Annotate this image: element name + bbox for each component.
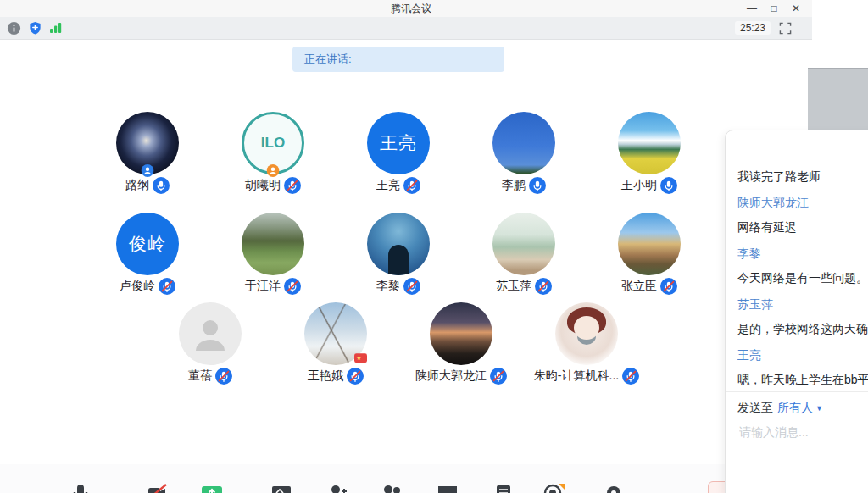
chat-panel: 我读完了路老师陕师大郭龙江网络有延迟李黎今天网络是有一些问题。苏玉萍是的，学校网… [725, 130, 868, 493]
participant-name-row: 苏玉萍 [496, 277, 552, 296]
meeting-timer: 25:23 [735, 21, 771, 35]
send-to-dropdown[interactable]: 所有人 ▼ [777, 401, 823, 416]
chevron-down-icon: ▼ [815, 404, 823, 413]
chat-sender-name: 王亮 [737, 348, 868, 363]
participant-name-row: 李黎 [376, 277, 420, 296]
mic-muted-icon[interactable] [535, 278, 552, 295]
host-badge-icon [142, 164, 154, 177]
participant-name: 朱昀-计算机科... [534, 368, 619, 384]
participant-tile[interactable]: 王小明 [587, 112, 712, 195]
participant-name: 胡曦明 [245, 178, 281, 193]
invite-button[interactable] [325, 482, 350, 493]
security-shield-icon[interactable] [28, 21, 42, 36]
participant-grid: 路纲 ILO 胡曦明 王亮王亮 李鹏 王小明 俊岭卢俊岭 于汪洋 李黎 苏玉萍 … [0, 112, 797, 385]
participant-tile[interactable]: 张立臣 [587, 213, 712, 296]
flag-badge-icon: ★ [354, 352, 367, 364]
maximize-button[interactable]: □ [768, 0, 780, 17]
network-signal-icon[interactable] [49, 22, 63, 34]
participant-avatar [430, 302, 492, 365]
participant-tile[interactable]: 李鹏 [461, 112, 587, 195]
microphone-button[interactable] [68, 482, 93, 493]
participant-tile[interactable]: 王亮王亮 [336, 112, 461, 195]
participant-avatar: 王亮 [367, 112, 430, 174]
participant-name-row: 朱昀-计算机科... [534, 367, 639, 385]
send-to-label: 发送至 [737, 401, 773, 416]
mic-on-icon[interactable] [660, 177, 677, 194]
chat-message-text: 今天网络是有一些问题。 [737, 271, 868, 286]
mic-muted-icon[interactable] [660, 278, 677, 295]
minimize-button[interactable]: — [746, 0, 758, 17]
participant-name: 于汪洋 [245, 279, 281, 294]
fullscreen-icon[interactable] [779, 22, 792, 35]
send-to-value: 所有人 [777, 401, 813, 416]
members-button[interactable] [379, 482, 404, 493]
participant-tile[interactable]: 陕师大郭龙江 [398, 302, 524, 385]
meeting-info-icon[interactable] [7, 21, 21, 36]
mic-muted-icon[interactable] [284, 177, 301, 194]
background-window-edge [808, 68, 868, 130]
participant-avatar [618, 112, 681, 174]
chat-sender-name: 苏玉萍 [737, 297, 868, 313]
settings-button[interactable] [601, 482, 626, 493]
participant-name: 张立臣 [621, 279, 657, 294]
camera-off-button[interactable] [144, 482, 170, 493]
mic-muted-icon[interactable] [403, 177, 420, 194]
participant-name-row: 王亮 [376, 176, 420, 195]
participant-name: 王艳娥 [308, 368, 343, 384]
participant-tile[interactable]: 李黎 [336, 213, 461, 296]
record-button[interactable] [540, 482, 565, 493]
participant-avatar [555, 302, 618, 365]
meeting-statusbar: 25:23 [0, 17, 812, 40]
participant-tile[interactable]: ★王艳娥 [273, 302, 398, 385]
participant-avatar [492, 213, 555, 275]
participant-name: 陕师大郭龙江 [415, 368, 487, 384]
participant-name-row: 李鹏 [502, 176, 546, 195]
chat-message-text: 我读完了路老师 [737, 169, 868, 185]
speaking-banner: 正在讲话: [292, 47, 504, 72]
participant-name: 李黎 [376, 279, 400, 294]
participant-name: 苏玉萍 [496, 279, 531, 294]
participant-tile[interactable]: 路纲 [85, 112, 210, 195]
participant-avatar [618, 213, 681, 275]
document-button[interactable] [491, 482, 516, 493]
participant-tile[interactable]: 俊岭卢俊岭 [85, 213, 210, 296]
participant-tile[interactable]: 于汪洋 [210, 213, 336, 296]
participant-avatar [492, 112, 555, 174]
chat-sender-name: 李黎 [737, 246, 868, 262]
chat-message-input[interactable] [737, 424, 868, 440]
mic-muted-icon[interactable] [622, 368, 639, 385]
mic-muted-icon[interactable] [403, 278, 420, 295]
mic-muted-icon[interactable] [159, 278, 175, 295]
chat-message-text: 嗯，昨天晚上学生在bb平 [737, 373, 868, 388]
speaking-label: 正在讲话: [292, 52, 352, 67]
mic-muted-icon[interactable] [490, 368, 507, 385]
screen-share-button[interactable] [199, 482, 225, 493]
participant-avatar [242, 213, 304, 275]
mic-on-icon[interactable] [529, 177, 546, 194]
participant-tile[interactable]: ILO 胡曦明 [210, 112, 336, 195]
bottom-toolbar [0, 464, 812, 493]
participant-row: 俊岭卢俊岭 于汪洋 李黎 苏玉萍 张立臣 [0, 213, 797, 296]
chat-input-area: 发送至 所有人 ▼ [726, 391, 868, 440]
participant-name-row: 陕师大郭龙江 [415, 367, 507, 385]
mic-muted-icon[interactable] [215, 368, 232, 385]
participant-name: 王亮 [376, 178, 400, 193]
participant-tile[interactable]: 苏玉萍 [461, 213, 587, 296]
chat-button[interactable] [435, 482, 460, 493]
window-title: 腾讯会议 [0, 2, 746, 16]
participant-tile[interactable]: 朱昀-计算机科... [524, 302, 649, 385]
participant-row: 路纲 ILO 胡曦明 王亮王亮 李鹏 王小明 [0, 112, 797, 195]
participant-name-row: 王小明 [621, 176, 677, 195]
whiteboard-button[interactable] [269, 482, 294, 493]
participant-avatar [179, 302, 242, 365]
participant-tile[interactable]: 董蓓 [147, 302, 273, 385]
close-button[interactable]: ✕ [790, 0, 802, 17]
mic-on-icon[interactable] [153, 177, 170, 194]
svg-text:★: ★ [356, 355, 361, 361]
participant-name-row: 王艳娥 [308, 367, 364, 385]
participant-avatar [367, 213, 430, 275]
mic-muted-icon[interactable] [347, 368, 364, 385]
participant-name-row: 卢俊岭 [120, 277, 175, 296]
chat-message-text: 网络有延迟 [737, 220, 868, 235]
mic-muted-icon[interactable] [284, 278, 301, 295]
